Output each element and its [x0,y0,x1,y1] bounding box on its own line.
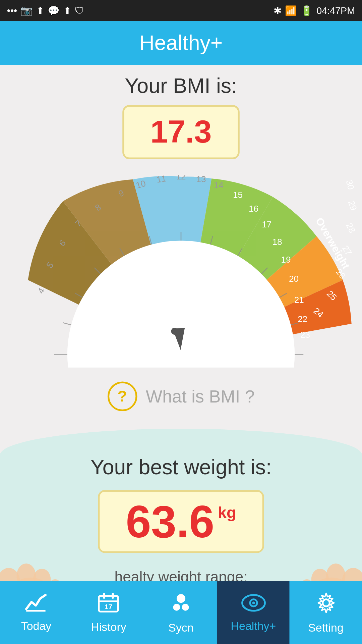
svg-text:23: 23 [300,330,310,340]
notification-dots: ••• [7,5,17,16]
question-mark: ? [117,387,127,406]
svg-text:29: 29 [346,199,359,212]
battery-icon: 🔋 [301,5,313,16]
sync-label: Sycn [168,621,193,634]
bottom-navigation: Today 17 History Sycn [0,581,362,644]
svg-point-63 [173,603,180,610]
history-label: History [91,620,126,633]
status-icons-left: ••• 📷 ⬆ 💬 ⬆ 🛡 [7,5,84,16]
setting-icon [314,591,337,617]
weight-unit: kg [218,504,236,523]
status-icons-right: ✱ 📶 🔋 04:47PM [274,5,355,16]
app-title: Healthy+ [139,31,223,55]
bmi-gauge: 4 5 6 7 8 9 10 11 12 13 14 15 16 17 18 1… [0,175,362,368]
photo-icon: 📷 [20,5,33,16]
svg-point-62 [177,594,185,602]
bmi-value: 17.3 [150,114,212,150]
bmi-label: Your BMI is: [122,73,240,98]
weight-value-box: 63.6 kg [98,490,264,553]
signal-icon: 📶 [285,5,297,16]
svg-text:30: 30 [344,179,356,191]
svg-text:13: 13 [196,175,206,184]
svg-text:15: 15 [233,190,243,200]
nav-item-sync[interactable]: Sycn [145,581,217,644]
nav-item-healthy[interactable]: Healthy+ [217,581,290,644]
nav-item-history[interactable]: 17 History [72,581,145,644]
shield-icon: 🛡 [75,5,84,16]
nav-item-today[interactable]: Today [0,581,72,644]
bmi-info-row[interactable]: ? What is BMI ? [107,381,255,411]
svg-text:11: 11 [156,175,167,185]
svg-text:16: 16 [249,204,258,214]
svg-text:12: 12 [176,175,186,181]
svg-text:21: 21 [294,295,304,305]
history-icon: 17 [97,592,120,616]
today-label: Today [21,619,52,632]
arrow-up-icon: ⬆ [63,5,71,16]
svg-text:20: 20 [289,274,299,284]
question-circle-icon: ? [107,381,137,411]
svg-line-2 [63,323,71,325]
sync-icon [170,591,192,617]
svg-point-69 [322,599,329,606]
svg-text:28: 28 [344,221,358,234]
app-header: Healthy+ [0,21,362,65]
svg-text:22: 22 [298,314,307,324]
svg-text:17: 17 [105,602,112,610]
healthy-label: Healthy+ [231,619,276,632]
nav-item-setting[interactable]: Setting [290,581,362,644]
weight-label: Your best weight is: [90,455,272,480]
svg-text:18: 18 [272,237,282,247]
bmi-section: Your BMI is: 17.3 [0,65,362,368]
bmi-value-box: 17.3 [122,105,240,159]
upload-icon: ⬆ [36,5,44,16]
svg-text:17: 17 [262,219,272,229]
svg-point-68 [252,601,255,604]
wechat-icon: 💬 [48,5,60,16]
weight-value: 63.6 [126,499,214,544]
setting-label: Setting [308,621,344,634]
time-display: 04:47PM [316,5,355,16]
svg-text:19: 19 [281,255,291,265]
status-bar: ••• 📷 ⬆ 💬 ⬆ 🛡 ✱ 📶 🔋 04:47PM [0,0,362,21]
svg-text:14: 14 [214,180,224,190]
svg-point-64 [182,603,189,610]
bluetooth-icon: ✱ [274,5,281,16]
main-content: Your BMI is: 17.3 [0,65,362,644]
healthy-icon [240,593,266,615]
today-icon [25,593,48,615]
bmi-info-text: What is BMI ? [146,386,255,407]
